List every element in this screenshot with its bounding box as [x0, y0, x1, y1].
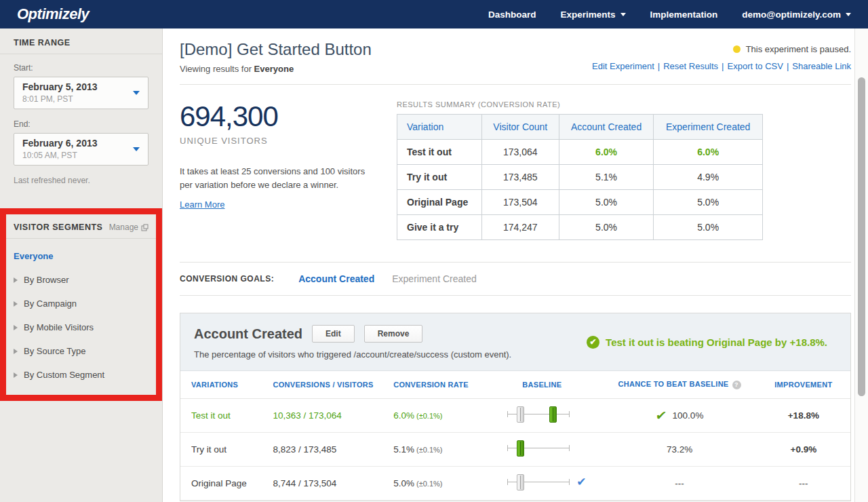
start-time-value: 8:01 PM, PST	[22, 94, 130, 104]
segment-by-campaign[interactable]: By Campaign	[14, 292, 149, 315]
variation-marker	[517, 440, 524, 457]
results-summary-label: RESULTS SUMMARY (CONVERSION RATE)	[397, 100, 851, 109]
table-row: Give it a try 174,247 5.0% 5.0%	[397, 215, 763, 240]
paused-status-icon	[733, 45, 741, 53]
col-conversions-visitors: CONVERSIONS / VISITORS	[267, 371, 388, 398]
check-circle-icon: ✔	[587, 336, 599, 349]
experiment-status: This experiment is paused.	[733, 44, 851, 54]
segment-by-browser[interactable]: By Browser	[14, 268, 149, 292]
end-date-select[interactable]: February 6, 2013 10:05 AM, PST	[14, 133, 149, 166]
edit-experiment-link[interactable]: Edit Experiment	[592, 61, 654, 71]
col-baseline: BASELINE	[495, 371, 602, 398]
unique-visitors-count: 694,300	[180, 100, 397, 133]
nav-account[interactable]: demo@optimizely.com	[742, 9, 851, 20]
results-summary-block: RESULTS SUMMARY (CONVERSION RATE) Variat…	[397, 100, 851, 240]
external-link-icon	[141, 224, 149, 231]
variation-marker	[549, 406, 557, 423]
main-content: [Demo] Get Started Button Viewing result…	[163, 28, 868, 502]
segment-by-mobile-visitors[interactable]: By Mobile Visitors	[14, 315, 149, 339]
segment-everyone[interactable]: Everyone	[14, 244, 149, 268]
visitor-segments-highlight-box: VISITOR SEGMENTS Manage Everyone By Brow…	[0, 208, 162, 401]
viewing-results-subtitle: Viewing results for Everyone	[180, 64, 372, 74]
last-refreshed-note: Last refreshed never.	[14, 176, 149, 185]
nav-experiments[interactable]: Experiments	[561, 9, 626, 20]
table-row: Test it out 10,363 / 173,064 6.0%(±0.1%)	[180, 398, 850, 432]
manage-segments-link[interactable]: Manage	[109, 223, 149, 232]
expand-arrow-icon	[14, 372, 18, 378]
winner-threshold-note: It takes at least 25 conversions and 100…	[180, 165, 376, 191]
optimizely-logo[interactable]: Optimizely	[17, 5, 89, 23]
confidence-interval-widget	[507, 406, 570, 423]
top-navbar: Optimizely Dashboard Experiments Impleme…	[0, 0, 868, 28]
experiment-action-links: Edit Experiment|Reset Results|Export to …	[592, 61, 851, 71]
goal-title: Account Created	[194, 326, 302, 342]
shareable-link[interactable]: Shareable Link	[792, 61, 851, 71]
visitor-segments-heading: VISITOR SEGMENTS	[14, 223, 102, 232]
caret-down-icon	[133, 147, 140, 151]
tab-experiment-created[interactable]: Experiment Created	[392, 273, 477, 284]
caret-down-icon	[620, 13, 626, 16]
baseline-marker	[517, 406, 524, 423]
table-row: Original Page 8,744 / 173,504 5.0%(±0.1%…	[180, 466, 850, 500]
goal-results-table: VARIATIONS CONVERSIONS / VISITORS CONVER…	[180, 371, 850, 501]
col-visitor-count: Visitor Count	[481, 115, 559, 140]
start-label: Start:	[14, 63, 149, 73]
caret-down-icon	[133, 91, 140, 95]
baseline-marker	[517, 474, 524, 490]
unique-visitors-label: UNIQUE VISITORS	[180, 136, 397, 146]
scrollbar-thumb[interactable]	[858, 77, 865, 396]
col-conversion-rate: CONVERSION RATE	[388, 371, 495, 398]
segment-by-source-type[interactable]: By Source Type	[14, 339, 149, 363]
expand-arrow-icon	[14, 325, 18, 330]
edit-goal-button[interactable]: Edit	[312, 325, 355, 343]
table-row: Original Page 173,504 5.0% 5.0%	[397, 190, 763, 215]
goal-description: The percentage of visitors who triggered…	[194, 349, 511, 360]
conversion-goals-bar: CONVERSION GOALS: Account Created Experi…	[180, 262, 851, 296]
goal-card-account-created: Account Created Edit Remove The percenta…	[180, 313, 851, 501]
tab-account-created[interactable]: Account Created	[298, 273, 374, 284]
expand-arrow-icon	[14, 301, 18, 307]
table-row: Try it out 173,485 5.1% 4.9%	[397, 165, 763, 190]
nav-menu: Dashboard Experiments Implementation dem…	[488, 9, 851, 20]
learn-more-link[interactable]: Learn More	[180, 199, 224, 210]
start-date-select[interactable]: February 5, 2013 8:01 PM, PST	[14, 77, 149, 109]
page-title: [Demo] Get Started Button	[180, 40, 372, 59]
time-range-heading: TIME RANGE	[0, 28, 162, 54]
export-csv-link[interactable]: Export to CSV	[728, 61, 783, 71]
winner-check-icon: ✔	[654, 408, 667, 423]
current-segment: Everyone	[254, 64, 294, 74]
col-variations: VARIATIONS	[180, 371, 267, 398]
remove-goal-button[interactable]: Remove	[364, 325, 423, 343]
winner-message: ✔ Test it out is beating Original Page b…	[587, 336, 837, 349]
time-range-section: TIME RANGE Start: February 5, 2013 8:01 …	[0, 28, 162, 185]
vertical-scrollbar[interactable]	[854, 28, 868, 502]
col-improvement: IMPROVEMENT	[757, 371, 850, 398]
end-date-value: February 6, 2013	[22, 138, 130, 149]
col-account-created: Account Created	[559, 115, 654, 140]
conversion-goals-label: CONVERSION GOALS:	[180, 274, 274, 284]
confidence-interval-widget	[507, 474, 570, 491]
expand-arrow-icon	[14, 349, 18, 354]
caret-down-icon	[846, 13, 851, 16]
table-row: Test it out 173,064 6.0% 6.0%	[397, 140, 763, 165]
table-row: Try it out 8,823 / 173,485 5.1%(±0.1%)	[180, 432, 850, 466]
baseline-check-icon: ✔	[576, 475, 586, 489]
nav-dashboard[interactable]: Dashboard	[488, 9, 536, 20]
sidebar: TIME RANGE Start: February 5, 2013 8:01 …	[0, 28, 163, 502]
nav-implementation[interactable]: Implementation	[650, 9, 718, 20]
expand-arrow-icon	[14, 277, 18, 283]
col-experiment-created: Experiment Created	[654, 115, 763, 140]
reset-results-link[interactable]: Reset Results	[663, 61, 718, 71]
unique-visitors-block: 694,300 UNIQUE VISITORS It takes at leas…	[180, 100, 397, 240]
col-chance-to-beat: CHANCE TO BEAT BASELINE?	[602, 371, 756, 398]
col-variation: Variation	[397, 115, 482, 140]
help-icon[interactable]: ?	[732, 381, 741, 389]
end-label: End:	[14, 119, 149, 129]
start-date-value: February 5, 2013	[22, 81, 130, 92]
end-time-value: 10:05 AM, PST	[22, 151, 130, 160]
confidence-interval-widget	[507, 440, 570, 457]
segment-by-custom-segment[interactable]: By Custom Segment	[14, 363, 149, 387]
segment-list: Everyone By Browser By Campaign By Mobil…	[6, 239, 156, 395]
results-summary-table: Variation Visitor Count Account Created …	[397, 114, 763, 240]
